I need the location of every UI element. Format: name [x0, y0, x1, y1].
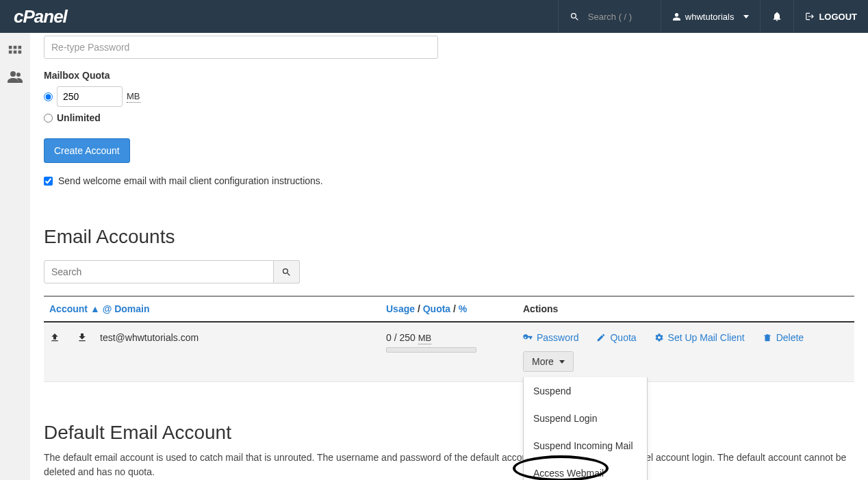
quota-fixed-radio[interactable]: [44, 92, 53, 101]
main-content: Mailbox Quota MB Unlimited Create Accoun…: [30, 36, 868, 480]
sidebar-apps-icon[interactable]: [0, 40, 30, 64]
user-icon: [672, 12, 681, 21]
user-menu[interactable]: whwtutorials: [661, 0, 761, 33]
header-domain-sort[interactable]: Domain: [114, 303, 149, 314]
svg-point-6: [10, 71, 16, 77]
default-email-description: The default email account is used to cat…: [44, 451, 852, 479]
delete-action[interactable]: Delete: [763, 332, 804, 343]
dropdown-suspend-login[interactable]: Suspend Login: [524, 405, 647, 432]
default-email-title: Default Email Account: [44, 422, 854, 444]
header-account-sort[interactable]: Account ▲: [49, 303, 100, 314]
svg-rect-3: [9, 51, 12, 54]
username-label: whwtutorials: [685, 12, 735, 22]
unlimited-label: Unlimited: [57, 112, 101, 123]
search-icon: [281, 267, 292, 277]
header-actions: Actions: [523, 303, 849, 314]
dropdown-access-webmail[interactable]: Access Webmail: [524, 459, 647, 480]
svg-point-7: [16, 73, 21, 77]
notifications-button[interactable]: [760, 0, 793, 33]
account-email: test@whwtutorials.com: [100, 332, 199, 343]
logout-button[interactable]: LOGOUT: [793, 0, 868, 33]
svg-rect-5: [18, 51, 22, 54]
svg-rect-1: [14, 46, 17, 49]
quota-value-input[interactable]: [57, 86, 123, 107]
more-dropdown-button[interactable]: More: [523, 351, 574, 372]
bell-icon: [771, 11, 782, 22]
create-account-button[interactable]: Create Account: [44, 138, 130, 163]
svg-rect-2: [18, 46, 22, 49]
quota-unit-label: MB: [127, 91, 140, 103]
retype-password-input[interactable]: [44, 36, 438, 59]
svg-rect-4: [14, 51, 17, 54]
dropdown-suspend-incoming[interactable]: Suspend Incoming Mail: [524, 432, 647, 459]
download-icon[interactable]: [77, 332, 88, 343]
caret-down-icon: [743, 15, 749, 18]
more-dropdown-menu: Suspend Suspend Login Suspend Incoming M…: [523, 377, 648, 480]
accounts-search-button[interactable]: [274, 260, 300, 283]
topbar: cPanel whwtutorials LOGOUT: [0, 0, 868, 33]
caret-down-icon: [559, 360, 565, 364]
accounts-table-header: Account ▲ @ Domain Usage / Quota / % Act…: [44, 296, 854, 323]
header-percent-sort[interactable]: %: [459, 303, 467, 314]
password-action[interactable]: Password: [523, 332, 578, 343]
quota-unlimited-radio[interactable]: [44, 114, 53, 123]
cpanel-logo: cPanel: [0, 6, 81, 27]
dropdown-suspend[interactable]: Suspend: [524, 377, 647, 405]
global-search[interactable]: [558, 0, 661, 33]
usage-progress-bar: [386, 347, 476, 353]
upload-icon[interactable]: [49, 332, 60, 343]
sidebar-users-icon[interactable]: [0, 64, 30, 89]
header-usage-sort[interactable]: Usage: [386, 303, 415, 314]
mailbox-quota-label: Mailbox Quota: [44, 70, 854, 81]
accounts-search-input[interactable]: [44, 260, 274, 283]
sidebar: [0, 33, 30, 480]
search-icon: [570, 12, 580, 22]
global-search-input[interactable]: [588, 12, 650, 22]
usage-text: 0 / 250: [386, 332, 418, 343]
welcome-email-label: Send welcome email with mail client conf…: [58, 175, 323, 186]
logout-icon: [805, 12, 815, 21]
email-accounts-title: Email Accounts: [44, 226, 854, 248]
header-quota-sort[interactable]: Quota: [423, 303, 450, 314]
account-row: test@whwtutorials.com 0 / 250 MB Passwor…: [44, 323, 854, 382]
welcome-email-checkbox[interactable]: [44, 177, 53, 186]
setup-mail-client-action[interactable]: Set Up Mail Client: [654, 332, 745, 343]
svg-rect-0: [9, 46, 12, 49]
quota-action[interactable]: Quota: [596, 332, 636, 343]
